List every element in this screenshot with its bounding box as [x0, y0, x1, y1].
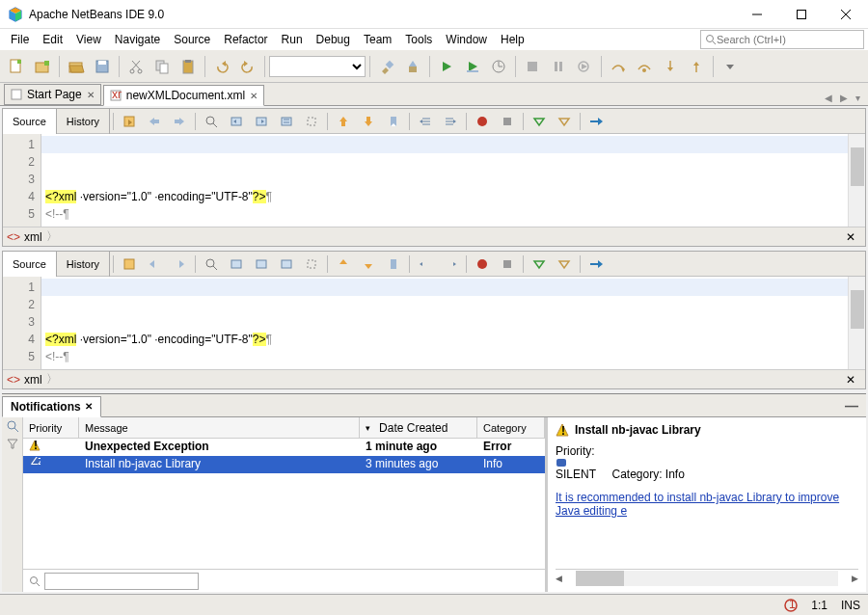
menu-navigate[interactable]: Navigate: [108, 31, 167, 48]
split-close-button[interactable]: ✕: [840, 373, 861, 387]
menu-team[interactable]: Team: [357, 31, 398, 48]
tab-prev-icon[interactable]: ◀: [821, 91, 836, 105]
detail-link[interactable]: It is recommended to install nb-javac Li…: [556, 491, 858, 518]
tab-list-icon[interactable]: ▾: [852, 91, 864, 105]
menu-help[interactable]: Help: [494, 31, 531, 48]
view-source[interactable]: Source: [3, 109, 57, 134]
col-category[interactable]: Category: [477, 417, 545, 438]
close-icon[interactable]: ✕: [85, 401, 93, 412]
debug-stop-button[interactable]: [520, 54, 545, 79]
config-combo[interactable]: [269, 56, 366, 77]
vertical-scrollbar[interactable]: [848, 134, 865, 227]
debug-button[interactable]: [460, 54, 485, 79]
vertical-scrollbar[interactable]: [848, 277, 865, 369]
toggle-rect-button[interactable]: [300, 254, 323, 274]
shift-right-button[interactable]: [439, 254, 462, 274]
breadcrumb-item[interactable]: xml: [24, 373, 42, 387]
error-badge-icon[interactable]: 1: [784, 599, 798, 612]
tab-xml-document[interactable]: xml newXMLDocument.xml ✕: [103, 85, 264, 106]
toolbar-overflow[interactable]: [718, 54, 743, 79]
goto-button[interactable]: [584, 112, 608, 131]
find-prev-button[interactable]: [225, 254, 248, 274]
breadcrumb-item[interactable]: xml: [24, 230, 42, 244]
new-file-button[interactable]: [4, 54, 29, 79]
next-bookmark-button[interactable]: [357, 254, 380, 274]
minimize-panel-button[interactable]: —: [837, 398, 866, 414]
debug-pause-button[interactable]: [546, 54, 571, 79]
next-bookmark-button[interactable]: [357, 112, 380, 131]
tab-next-icon[interactable]: ▶: [836, 91, 852, 105]
prev-bookmark-button[interactable]: [332, 112, 355, 131]
debug-continue-button[interactable]: [572, 54, 597, 79]
code-editor[interactable]: 12345 <?xml ·version="1.0" ·encoding="UT…: [3, 277, 865, 369]
find-prev-button[interactable]: [225, 112, 248, 131]
menu-tools[interactable]: Tools: [398, 31, 439, 48]
macro-record-button[interactable]: [471, 254, 494, 274]
redo-button[interactable]: [235, 54, 260, 79]
profile-button[interactable]: [486, 54, 511, 79]
run-button[interactable]: [434, 54, 459, 79]
minimize-button[interactable]: [735, 0, 779, 29]
find-next-button[interactable]: [250, 254, 273, 274]
maximize-button[interactable]: [779, 0, 824, 29]
macro-stop-button[interactable]: [496, 112, 519, 131]
close-icon[interactable]: ✕: [87, 90, 95, 100]
code-content[interactable]: <?xml ·version="1.0" ·encoding="UTF-8"?>…: [41, 134, 848, 227]
uncomment-button[interactable]: [553, 112, 576, 131]
macro-stop-button[interactable]: [496, 254, 519, 274]
last-edit-button[interactable]: [118, 254, 141, 274]
menu-view[interactable]: View: [69, 31, 108, 48]
last-edit-button[interactable]: [118, 112, 141, 131]
menu-run[interactable]: Run: [275, 31, 310, 48]
find-selection-button[interactable]: [200, 254, 223, 274]
step-into-button[interactable]: [658, 54, 683, 79]
tab-notifications[interactable]: Notifications ✕: [2, 396, 101, 417]
global-search[interactable]: [700, 30, 864, 49]
prev-bookmark-button[interactable]: [332, 254, 355, 274]
goto-button[interactable]: [584, 254, 608, 274]
undo-button[interactable]: [209, 54, 234, 79]
find-next-button[interactable]: [250, 112, 273, 131]
close-button[interactable]: [824, 0, 868, 29]
save-all-button[interactable]: [90, 54, 115, 79]
forward-button[interactable]: [168, 112, 191, 131]
macro-record-button[interactable]: [471, 112, 494, 131]
code-editor[interactable]: 12345 <?xml ·version="1.0" ·encoding="UT…: [3, 134, 865, 227]
menu-file[interactable]: File: [4, 31, 36, 48]
toggle-bookmark-button[interactable]: [382, 254, 405, 274]
step-out-button[interactable]: [684, 54, 709, 79]
toggle-bookmark-button[interactable]: [382, 112, 405, 131]
view-history[interactable]: History: [57, 109, 110, 134]
menu-debug[interactable]: Debug: [310, 31, 357, 48]
tab-start-page[interactable]: Start Page ✕: [4, 84, 101, 105]
menu-edit[interactable]: Edit: [36, 31, 69, 48]
menu-source[interactable]: Source: [167, 31, 217, 48]
copy-button[interactable]: [149, 54, 175, 79]
uncomment-button[interactable]: [553, 254, 576, 274]
shift-right-button[interactable]: [439, 112, 462, 131]
step-over-button[interactable]: [606, 54, 631, 79]
table-row[interactable]: ! Unexpected Exception 1 minute ago Erro…: [23, 439, 545, 456]
clean-build-button[interactable]: [400, 54, 425, 79]
shift-left-button[interactable]: [414, 112, 437, 131]
toggle-highlight-button[interactable]: [275, 254, 298, 274]
filter-input[interactable]: [44, 573, 199, 590]
filter-icon[interactable]: [6, 437, 19, 450]
col-priority[interactable]: Priority: [23, 417, 79, 438]
paste-button[interactable]: [176, 54, 201, 79]
back-button[interactable]: [143, 112, 166, 131]
horizontal-scrollbar[interactable]: ◀▶: [556, 569, 858, 586]
view-history[interactable]: History: [57, 252, 110, 277]
comment-button[interactable]: [528, 254, 551, 274]
split-close-button[interactable]: ✕: [840, 230, 861, 244]
step-expr-button[interactable]: [632, 54, 657, 79]
search-input[interactable]: [717, 34, 852, 45]
toggle-rect-button[interactable]: [300, 112, 323, 131]
view-source[interactable]: Source: [3, 252, 57, 277]
menu-refactor[interactable]: Refactor: [217, 31, 274, 48]
shift-left-button[interactable]: [414, 254, 437, 274]
close-icon[interactable]: ✕: [250, 91, 258, 101]
comment-button[interactable]: [528, 112, 551, 131]
col-message[interactable]: Message: [79, 417, 360, 438]
table-row[interactable]: Zz Install nb-javac Library 3 minutes ag…: [23, 456, 545, 473]
